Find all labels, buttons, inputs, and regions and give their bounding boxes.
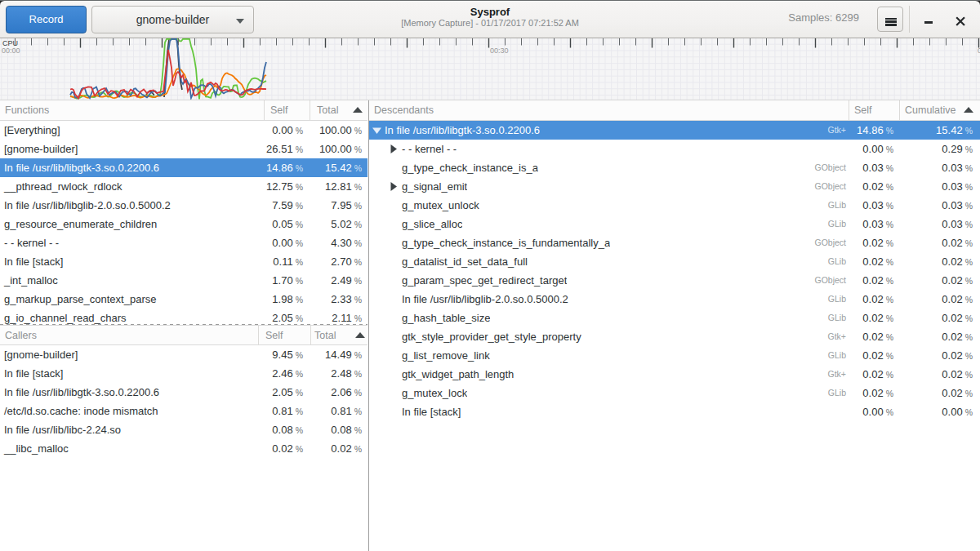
svg-text:CPU: CPU	[2, 39, 18, 47]
svg-text:00:30: 00:30	[490, 47, 509, 55]
svg-text:00:00: 00:00	[2, 47, 20, 55]
